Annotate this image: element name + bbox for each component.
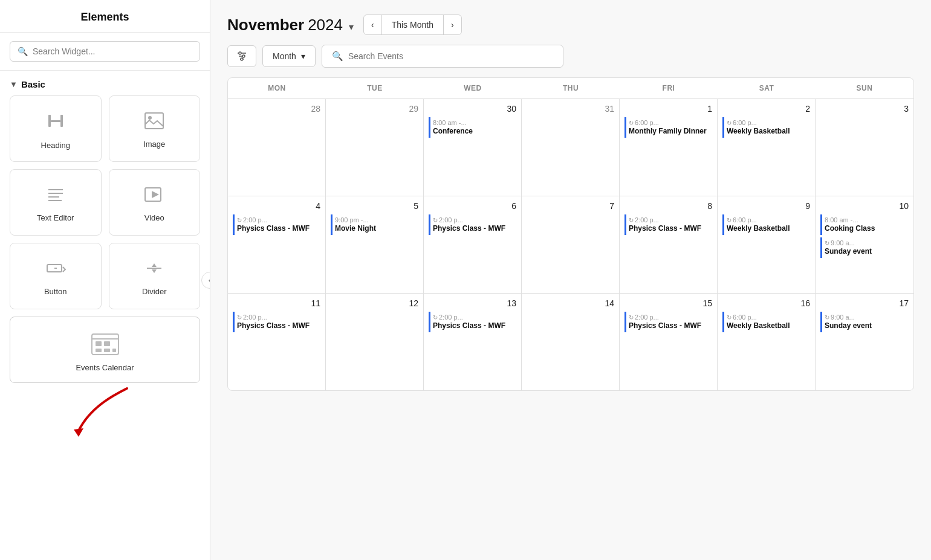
search-events-input[interactable]	[348, 51, 553, 61]
widget-divider[interactable]: Divider	[109, 243, 201, 309]
sidebar-title: Elements	[0, 0, 210, 33]
event-sunday-event-w3[interactable]: ↻ 9:00 a... Sunday event	[820, 312, 909, 332]
cell-w3-thu[interactable]: 14	[522, 294, 620, 390]
cell-w2-tue[interactable]: 5 9:00 pm -... Movie Night	[326, 196, 424, 293]
cell-w1-thu[interactable]: 31	[522, 99, 620, 196]
main-content: November 2024 ▾ ‹ This Month › Month ▾	[210, 0, 931, 560]
widget-events-calendar[interactable]: Events Calendar	[10, 317, 200, 383]
widget-text-editor-label: Text Editor	[37, 213, 74, 222]
calendar-week-2: 4 ↻ 2:00 p... Physics Class - MWF 5 9:00…	[228, 196, 913, 294]
cell-w1-mon[interactable]: 28	[228, 99, 326, 196]
view-selector-chevron: ▾	[301, 51, 305, 61]
cell-w2-wed[interactable]: 6 ↻ 2:00 p... Physics Class - MWF	[424, 196, 522, 293]
event-cooking-class[interactable]: 8:00 am -... Cooking Class	[820, 214, 909, 235]
svg-point-4	[148, 116, 152, 120]
widget-text-editor[interactable]: Text Editor	[10, 169, 102, 236]
day-header-fri: FRI	[620, 78, 718, 98]
svg-marker-10	[152, 191, 159, 198]
svg-rect-20	[96, 349, 102, 352]
event-sunday-event-w2[interactable]: ↻ 9:00 a... Sunday event	[820, 237, 909, 258]
event-physics-w2-mon[interactable]: ↻ 2:00 p... Physics Class - MWF	[233, 214, 320, 235]
event-physics-w3-wed[interactable]: ↻ 2:00 p... Physics Class - MWF	[429, 312, 516, 332]
event-physics-w2-wed[interactable]: ↻ 2:00 p... Physics Class - MWF	[429, 214, 516, 235]
cell-w1-sat[interactable]: 2 ↻ 6:00 p... Weekly Basketball	[718, 99, 816, 196]
svg-marker-15	[152, 269, 157, 273]
divider-icon	[143, 259, 165, 281]
widget-image-label: Image	[143, 140, 165, 149]
widget-heading[interactable]: Heading	[10, 95, 102, 162]
calendar-week-1: 28 29 30 8:00 am -... Conference 31 1 ↻ …	[228, 99, 913, 196]
widget-button[interactable]: Button	[10, 243, 102, 309]
sidebar: Elements 🔍 ▼ Basic Heading	[0, 0, 210, 560]
calendar-title: November 2024 ▾	[227, 16, 354, 34]
filter-button[interactable]	[227, 45, 256, 67]
svg-rect-2	[60, 115, 63, 127]
event-weekly-basketball-w2[interactable]: ↻ 6:00 p... Weekly Basketball	[722, 214, 810, 235]
cell-w2-fri[interactable]: 8 ↻ 2:00 p... Physics Class - MWF	[620, 196, 718, 293]
next-month-button[interactable]: ›	[444, 16, 461, 34]
cell-w1-wed[interactable]: 30 8:00 am -... Conference	[424, 99, 522, 196]
widget-divider-label: Divider	[142, 287, 166, 296]
widgets-grid: Heading Image Tex	[0, 95, 210, 393]
cell-w3-fri[interactable]: 15 ↻ 2:00 p... Physics Class - MWF	[620, 294, 718, 390]
widget-image[interactable]: Image	[109, 95, 201, 162]
event-movie-night[interactable]: 9:00 pm -... Movie Night	[331, 214, 418, 235]
cell-w2-sat[interactable]: 9 ↻ 6:00 p... Weekly Basketball	[718, 196, 816, 293]
day-header-sun: SUN	[816, 78, 913, 98]
event-weekly-basketball-w1[interactable]: ↻ 6:00 p... Weekly Basketball	[722, 117, 810, 138]
event-physics-w2-fri[interactable]: ↻ 2:00 p... Physics Class - MWF	[624, 214, 712, 235]
search-widget-input[interactable]	[33, 47, 192, 56]
cell-w3-sat[interactable]: 16 ↻ 6:00 p... Weekly Basketball	[718, 294, 816, 390]
cell-w3-sun[interactable]: 17 ↻ 9:00 a... Sunday event	[816, 294, 913, 390]
day-header-mon: MON	[228, 78, 326, 98]
cell-w3-wed[interactable]: 13 ↻ 2:00 p... Physics Class - MWF	[424, 294, 522, 390]
filter-row: Month ▾ 🔍	[227, 45, 914, 68]
cell-w2-mon[interactable]: 4 ↻ 2:00 p... Physics Class - MWF	[228, 196, 326, 293]
cell-w1-sun[interactable]: 3	[816, 99, 913, 196]
svg-rect-22	[112, 349, 116, 352]
event-physics-w3-mon[interactable]: ↻ 2:00 p... Physics Class - MWF	[233, 312, 320, 332]
calendar-week-3: 11 ↻ 2:00 p... Physics Class - MWF 12 13…	[228, 294, 913, 390]
svg-rect-3	[145, 113, 163, 129]
widget-button-label: Button	[44, 287, 67, 296]
basic-section-header: ▼ Basic	[0, 71, 210, 95]
video-icon	[143, 185, 165, 207]
view-selector[interactable]: Month ▾	[262, 45, 316, 67]
svg-marker-23	[74, 428, 83, 437]
heading-icon	[45, 110, 66, 135]
cell-w1-fri[interactable]: 1 ↻ 6:00 p... Monthly Family Dinner	[620, 99, 718, 196]
view-selector-label: Month	[273, 51, 296, 61]
calendar-year: 2024	[308, 16, 343, 34]
prev-month-button[interactable]: ‹	[364, 16, 381, 34]
svg-rect-19	[104, 341, 110, 346]
svg-rect-18	[96, 341, 102, 346]
cell-w2-thu[interactable]: 7	[522, 196, 620, 293]
day-header-sat: SAT	[718, 78, 816, 98]
search-container: 🔍	[0, 33, 210, 71]
calendar-header: November 2024 ▾ ‹ This Month ›	[227, 14, 914, 35]
cell-w2-sun[interactable]: 10 8:00 am -... Cooking Class ↻ 9:00 a..…	[816, 196, 913, 293]
cell-w3-tue[interactable]: 12	[326, 294, 424, 390]
this-month-button[interactable]: This Month	[381, 15, 444, 34]
event-physics-w3-fri[interactable]: ↻ 2:00 p... Physics Class - MWF	[624, 312, 712, 332]
search-box: 🔍	[10, 41, 200, 62]
calendar-grid: MON TUE WED THU FRI SAT SUN 28 29 30 8:0…	[227, 77, 914, 391]
search-events-icon: 🔍	[332, 51, 343, 62]
events-calendar-icon	[89, 330, 121, 357]
text-editor-icon	[45, 185, 66, 207]
image-icon	[143, 111, 165, 134]
event-weekly-basketball-w3[interactable]: ↻ 6:00 p... Weekly Basketball	[722, 312, 810, 332]
section-arrow-icon: ▼	[10, 80, 18, 89]
event-monthly-family-dinner[interactable]: ↻ 6:00 p... Monthly Family Dinner	[624, 117, 712, 138]
svg-marker-14	[152, 263, 157, 267]
calendar-title-dropdown-icon[interactable]: ▾	[349, 21, 354, 33]
search-icon: 🔍	[18, 47, 28, 56]
widget-video[interactable]: Video	[109, 169, 201, 236]
event-conference[interactable]: 8:00 am -... Conference	[429, 117, 516, 138]
day-header-tue: TUE	[326, 78, 424, 98]
calendar-nav-group: ‹ This Month ›	[363, 14, 462, 35]
cell-w1-tue[interactable]: 29	[326, 99, 424, 196]
calendar-days-header: MON TUE WED THU FRI SAT SUN	[228, 78, 913, 99]
svg-point-29	[241, 58, 243, 60]
cell-w3-mon[interactable]: 11 ↻ 2:00 p... Physics Class - MWF	[228, 294, 326, 390]
